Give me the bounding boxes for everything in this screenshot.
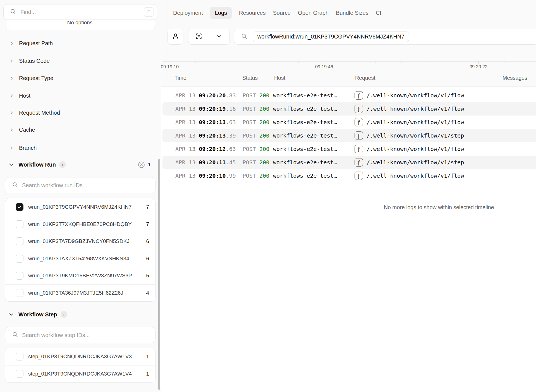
timeline-ruler[interactable] (162, 61, 536, 62)
search-icon (241, 33, 248, 41)
item-id: wrun_01KP3TA36J97M3JTJE5H62Z26J (28, 290, 146, 296)
timeline-minor-tick (504, 61, 504, 63)
chevron-right-icon (9, 41, 15, 46)
log-request: ƒ/.well-known/workflow/v1/flow (355, 169, 464, 182)
tab-resources[interactable]: Resources (239, 7, 266, 19)
column-header-time[interactable]: Time (174, 75, 186, 81)
filter-section-label: Host (19, 93, 30, 99)
filter-section-cache[interactable]: Cache (0, 123, 161, 136)
tab-open-graph[interactable]: Open Graph (298, 7, 329, 19)
list-item[interactable]: wrun_01KP3TA7D9GBZJVNCY0FN5SDKJ6 (5, 233, 155, 250)
checkbox-unchecked[interactable] (16, 237, 23, 245)
live-mode-dropdown-button[interactable] (209, 29, 229, 44)
info-icon[interactable]: i (61, 311, 67, 318)
workflow-step-search-input[interactable]: Search workflow step IDs... (5, 327, 155, 343)
filter-section-label: Status Code (19, 58, 50, 64)
workflow-step-header[interactable]: Workflow Step i (0, 308, 161, 321)
filters-sidebar: No options. Find... F Request PathStatus… (0, 0, 161, 392)
checkbox-unchecked[interactable] (16, 353, 23, 360)
find-input[interactable]: Find... F (3, 4, 157, 20)
column-header-status[interactable]: Status (242, 75, 258, 81)
column-header-host[interactable]: Host (274, 75, 285, 81)
timeline-minor-tick (298, 61, 299, 63)
checkbox-unchecked[interactable] (16, 272, 23, 280)
request-user-filter-button[interactable] (168, 29, 183, 45)
tab-ci[interactable]: CI (376, 7, 381, 19)
scan-lines-icon (195, 33, 202, 41)
timeline-minor-tick (247, 61, 247, 63)
workflow-run-list: wrun_01KP3T9CGPVY4NNRV6MJZ4KHN77wrun_01K… (5, 198, 155, 302)
filter-section-label: Branch (19, 145, 37, 151)
log-request: ƒ/.well-known/workflow/v1/flow (355, 142, 464, 156)
log-host: workflows-e2e-test… (273, 156, 337, 169)
sidebar-scrollbar[interactable] (158, 159, 160, 390)
selected-filter-count: 1 (148, 162, 151, 168)
request-path: /.well-known/workflow/v1/step (367, 132, 464, 139)
log-row[interactable]: APR 13 09:20:13.39POST 200workflows-e2e-… (161, 129, 536, 142)
tab-source[interactable]: Source (273, 7, 291, 19)
log-method: POST (243, 92, 259, 99)
list-item[interactable]: wrun_01KP3T9CGPVY4NNRV6MJZ4KHN77 (5, 198, 155, 216)
item-count: 1 (146, 371, 149, 377)
list-item[interactable]: step_01KP3T9CNQDNRDCJKA3G7AW1V31 (5, 348, 155, 365)
log-row[interactable]: APR 13 09:20:11.45POST 200workflows-e2e-… (161, 156, 536, 169)
checkbox-unchecked[interactable] (16, 370, 23, 378)
workflow-run-header[interactable]: Workflow Run i 1 (0, 158, 161, 171)
live-trace-button[interactable] (188, 29, 209, 44)
list-item[interactable]: wrun_01KP3T9KMD15BEV2W3ZN97WS3P5 (5, 267, 155, 284)
filter-section-branch[interactable]: Branch (0, 141, 161, 155)
log-status: 200 (259, 92, 269, 99)
checkbox-checked[interactable] (16, 203, 23, 211)
checkbox-unchecked[interactable] (16, 289, 23, 297)
timeline-minor-tick (401, 61, 402, 63)
log-row[interactable]: APR 13 09:20:13.63POST 200workflows-e2e-… (161, 116, 536, 129)
log-host: workflows-e2e-test… (273, 142, 337, 156)
person-icon (172, 33, 179, 41)
workflow-run-search-input[interactable]: Search workflow run IDs... (5, 177, 155, 193)
log-row[interactable]: APR 13 09:20:20.83POST 200workflows-e2e-… (161, 89, 536, 102)
filter-section-request-path[interactable]: Request Path (0, 37, 161, 50)
list-item[interactable]: wrun_01KP3TAXZX154268WXKVSHKN346 (5, 250, 155, 267)
log-row[interactable]: APR 13 09:20:12.63POST 200workflows-e2e-… (161, 142, 536, 156)
timeline-label: 09:20:22 (470, 64, 487, 69)
log-time: APR 13 09:20:13.39POST 200 (175, 129, 269, 142)
filter-section-label: Request Method (19, 110, 60, 116)
filter-section-host[interactable]: Host (0, 89, 161, 102)
log-row[interactable]: APR 13 09:20:19.16POST 200workflows-e2e-… (161, 102, 536, 116)
column-header-request[interactable]: Request (355, 75, 375, 81)
log-request: ƒ/.well-known/workflow/v1/flow (355, 102, 464, 116)
timeline-minor-tick (221, 61, 221, 63)
function-icon: ƒ (355, 91, 363, 100)
clear-filter-button[interactable] (138, 161, 145, 169)
log-status: 200 (259, 159, 269, 166)
item-count: 6 (146, 256, 149, 262)
workflow-run-filter-chip[interactable]: workflowRunId:wrun_01KP3T9CGPVY4NNRV6MJZ… (253, 32, 409, 42)
logs-search-input[interactable]: workflowRunId:wrun_01KP3T9CGPVY4NNRV6MJZ… (234, 29, 536, 45)
log-time: APR 13 09:20:12.63POST 200 (175, 142, 269, 156)
search-icon (10, 8, 16, 16)
list-item[interactable]: wrun_01KP3T7XKQFHBE0E70PC8HDQBY7 (5, 216, 155, 233)
workflow-step-search-placeholder: Search workflow step IDs... (22, 332, 90, 338)
log-request: ƒ/.well-known/workflow/v1/flow (355, 116, 464, 129)
list-item[interactable]: wrun_01KP3TA36J97M3JTJE5H62Z26J4 (5, 284, 155, 302)
timeline-minor-tick (530, 61, 530, 63)
filter-section-request-type[interactable]: Request Type (0, 71, 161, 85)
info-icon[interactable]: i (59, 161, 66, 168)
function-icon: ƒ (355, 131, 363, 140)
filter-section-label: Cache (19, 127, 35, 133)
tab-bundle-sizes[interactable]: Bundle Sizes (336, 7, 368, 19)
timeline-minor-tick (273, 61, 273, 63)
log-row[interactable]: APR 13 09:20:10.99POST 200workflows-e2e-… (161, 169, 536, 182)
tab-deployment[interactable]: Deployment (173, 7, 203, 19)
chevron-right-icon (9, 93, 15, 98)
tab-logs[interactable]: Logs (210, 7, 232, 19)
column-header-messages[interactable]: Messages (502, 75, 527, 81)
log-status: 200 (259, 105, 269, 112)
filter-section-status-code[interactable]: Status Code (0, 54, 161, 68)
filter-section-request-method[interactable]: Request Method (0, 106, 161, 119)
checkbox-unchecked[interactable] (16, 255, 23, 263)
list-item[interactable]: step_01KP3T9CNQDNRDCJKA3G7AW1V41 (5, 365, 155, 383)
checkbox-unchecked[interactable] (16, 220, 23, 228)
search-icon (12, 182, 18, 189)
function-icon: ƒ (355, 158, 363, 167)
